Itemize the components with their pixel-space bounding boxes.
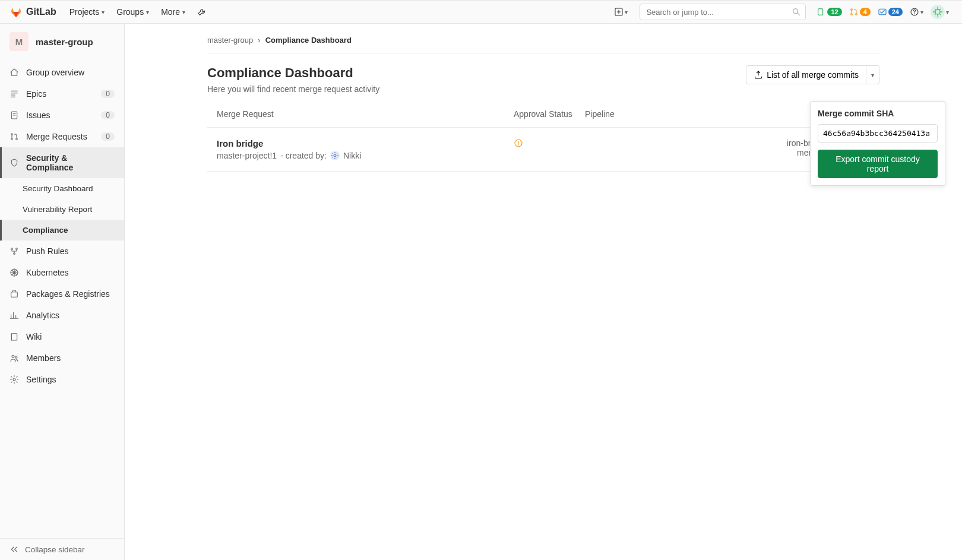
sidebar-item-security-dashboard[interactable]: Security Dashboard xyxy=(0,178,124,199)
mr-row[interactable]: Iron bridge master-project!1 - created b… xyxy=(207,128,879,172)
sidebar-item-group-overview[interactable]: Group overview xyxy=(0,62,124,83)
brand-name: GitLab xyxy=(26,7,56,17)
sidebar-item-label: Wiki xyxy=(26,332,42,341)
sidebar-item-kubernetes[interactable]: Kubernetes xyxy=(0,262,124,283)
sidebar-item-label: Epics xyxy=(26,89,46,99)
export-button-group: List of all merge commits ▾ xyxy=(746,65,879,84)
svg-point-9 xyxy=(931,5,945,19)
nav-projects[interactable]: Projects ▾ xyxy=(64,0,111,24)
wiki-icon xyxy=(10,332,19,341)
group-avatar: M xyxy=(10,32,29,51)
sidebar-item-epics[interactable]: Epics0 xyxy=(0,83,124,105)
nav-user-menu[interactable]: ▾ xyxy=(927,5,952,19)
sidebar-item-label: Security Dashboard xyxy=(23,184,93,193)
chevron-down-icon: ▾ xyxy=(102,9,105,15)
collapse-sidebar[interactable]: Collapse sidebar xyxy=(0,538,124,560)
nav-issues-counter[interactable]: 12 xyxy=(813,7,845,17)
popover-label: Merge commit SHA xyxy=(818,109,938,118)
svg-rect-20 xyxy=(11,334,17,340)
members-icon xyxy=(10,353,19,363)
svg-point-22 xyxy=(15,356,17,358)
analytics-icon xyxy=(10,311,19,320)
wrench-icon xyxy=(197,7,207,17)
sidebar-item-settings[interactable]: Settings xyxy=(0,369,124,390)
sidebar-item-label: Issues xyxy=(26,110,50,120)
breadcrumb-separator: › xyxy=(258,36,260,45)
nav-groups[interactable]: Groups ▾ xyxy=(110,0,155,24)
col-approval-status: Approval Status xyxy=(514,109,585,119)
sidebar-item-label: Kubernetes xyxy=(26,268,69,277)
chevron-down-icon: ▾ xyxy=(920,9,923,15)
chevron-down-icon: ▾ xyxy=(871,72,874,78)
svg-point-8 xyxy=(914,14,915,14)
todos-icon xyxy=(878,7,887,17)
sidebar-item-label: Members xyxy=(26,353,61,363)
sidebar-item-issues[interactable]: Issues0 xyxy=(0,105,124,126)
sidebar-item-label: Merge Requests xyxy=(26,132,87,141)
chevron-down-icon: ▾ xyxy=(182,9,185,15)
svg-rect-19 xyxy=(11,292,18,298)
mr-title: Iron bridge xyxy=(217,138,514,148)
merge-request-icon xyxy=(849,7,859,17)
sidebar-item-label: Vulnerability Report xyxy=(23,205,92,214)
sidebar-item-label: Analytics xyxy=(26,311,59,320)
list-merge-commits-button[interactable]: List of all merge commits xyxy=(746,65,866,84)
issues-icon xyxy=(817,7,826,17)
col-merge-request: Merge Request xyxy=(217,109,514,119)
pushrules-icon xyxy=(10,246,19,256)
issues-icon xyxy=(10,110,19,120)
export-dropdown-toggle[interactable]: ▾ xyxy=(866,65,879,84)
main-content: master-group › Compliance Dashboard Comp… xyxy=(125,24,962,560)
sidebar-item-label: Compliance xyxy=(23,226,68,235)
nav-merge-requests-counter[interactable]: 4 xyxy=(846,7,874,17)
package-icon xyxy=(10,289,19,299)
export-icon xyxy=(754,70,763,80)
new-menu[interactable]: ▾ xyxy=(609,0,632,24)
top-navbar: GitLab Projects ▾ Groups ▾ More ▾ ▾ 12 4… xyxy=(0,0,962,24)
export-popover: Merge commit SHA Export commit custody r… xyxy=(810,101,945,186)
plus-square-icon xyxy=(614,7,624,17)
export-custody-report-button[interactable]: Export commit custody report xyxy=(818,150,938,178)
sidebar-item-label: Push Rules xyxy=(26,246,69,256)
user-avatar xyxy=(931,5,945,19)
sidebar-item-vulnerability-report[interactable]: Vulnerability Report xyxy=(0,199,124,220)
sidebar-item-compliance[interactable]: Compliance xyxy=(0,220,124,241)
sidebar-count: 0 xyxy=(101,111,115,119)
sidebar-item-merge-requests[interactable]: Merge Requests0 xyxy=(0,126,124,147)
gitlab-icon xyxy=(10,5,23,18)
sidebar-item-push-rules[interactable]: Push Rules xyxy=(0,241,124,262)
sidebar-item-label: Security & Compliance xyxy=(26,153,115,172)
svg-rect-2 xyxy=(818,9,823,15)
author-avatar xyxy=(330,151,340,160)
merge-commit-sha-input[interactable] xyxy=(818,124,938,143)
gitlab-logo[interactable]: GitLab xyxy=(10,5,56,18)
approval-warning-icon xyxy=(514,140,523,150)
sidebar-item-label: Settings xyxy=(26,375,56,384)
epics-icon xyxy=(10,89,19,99)
svg-point-27 xyxy=(518,145,519,145)
merge-icon xyxy=(10,132,19,141)
kubernetes-icon xyxy=(10,268,19,277)
help-icon xyxy=(910,7,919,17)
breadcrumb-group[interactable]: master-group xyxy=(207,36,253,45)
sidebar-item-analytics[interactable]: Analytics xyxy=(0,305,124,326)
global-search xyxy=(640,4,806,20)
nav-admin-tool[interactable] xyxy=(191,0,213,24)
sidebar-group-header[interactable]: M master-group xyxy=(0,24,124,59)
sidebar-item-security-compliance[interactable]: Security & Compliance xyxy=(0,147,124,178)
page-title: Compliance Dashboard xyxy=(207,65,379,81)
sidebar-item-wiki[interactable]: Wiki xyxy=(0,326,124,347)
search-input[interactable] xyxy=(640,4,806,20)
sidebar-count: 0 xyxy=(101,90,115,98)
nav-todos-counter[interactable]: 24 xyxy=(874,7,906,17)
mr-author[interactable]: Nikki xyxy=(343,151,361,160)
search-icon xyxy=(792,7,801,18)
group-name: master-group xyxy=(36,37,93,47)
settings-icon xyxy=(10,375,19,384)
sidebar-item-packages-registries[interactable]: Packages & Registries xyxy=(0,283,124,305)
nav-help[interactable]: ▾ xyxy=(906,7,927,17)
sidebar-item-members[interactable]: Members xyxy=(0,347,124,369)
nav-more[interactable]: More ▾ xyxy=(155,0,191,24)
svg-point-23 xyxy=(13,378,15,381)
mr-table-header: Merge Request Approval Status Pipeline xyxy=(207,99,879,128)
